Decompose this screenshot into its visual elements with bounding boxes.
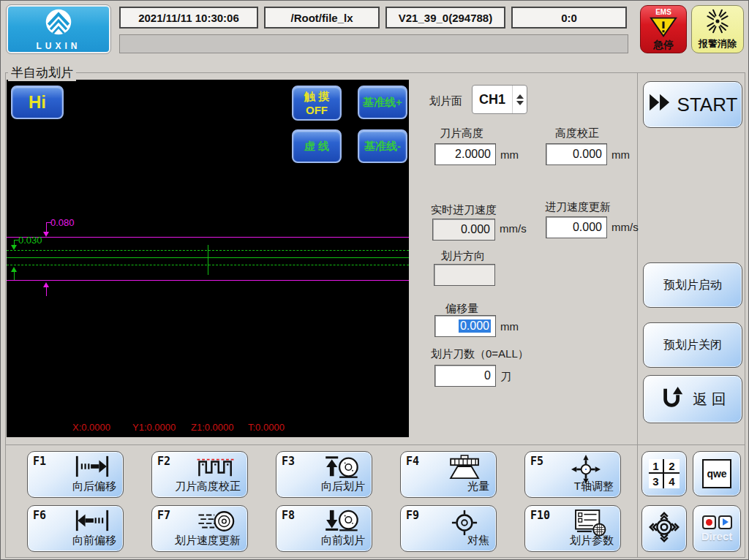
touch-label-line2: OFF <box>306 103 328 117</box>
alarm-clear-button[interactable]: 报警消除 <box>691 5 744 53</box>
fkey-number: F6 <box>33 509 46 522</box>
inner-dim-label: 0.030 <box>18 235 42 246</box>
pre-dice-start-button[interactable]: 预划片启动 <box>643 262 742 308</box>
f5-button[interactable]: F5 T轴调整 <box>524 451 621 498</box>
outer-dim-leader <box>46 222 47 232</box>
ems-tag: EMS <box>655 9 671 16</box>
fkey-number: F9 <box>406 509 419 522</box>
fkey-caption: 向后划片 <box>321 480 365 493</box>
keyboard-label: qwe <box>707 468 726 480</box>
keyboard-icon: qwe <box>702 459 731 488</box>
cut-direction-field <box>434 264 495 286</box>
outer-dim-arrow-icon <box>43 232 49 237</box>
spinner-icon[interactable] <box>512 86 527 113</box>
feed-speed-update-unit: mm/s <box>611 221 639 233</box>
dice-forward-icon <box>322 509 360 537</box>
cut-face-label: 划片面 <box>429 94 462 108</box>
datetime-field: 2021/11/11 10:30:06 <box>119 7 258 29</box>
dashed-line-label: 虚 线 <box>304 140 329 154</box>
f3-button[interactable]: F3 向后划片 <box>276 451 372 498</box>
f7-button[interactable]: F7 划片速度更新 <box>151 505 248 552</box>
direct-mode-button[interactable]: Direct <box>693 505 741 552</box>
back-label: 返 回 <box>693 390 726 409</box>
fkey-caption: 向后偏移 <box>72 480 116 493</box>
dashed-line-button[interactable]: 虚 线 <box>292 129 342 163</box>
fkey-area-divider <box>6 444 745 445</box>
inner-up-leader <box>14 271 15 280</box>
fkey-caption: 刀片高度校正 <box>175 480 241 493</box>
fkey-number: F5 <box>530 455 543 468</box>
start-button[interactable]: START <box>643 81 742 128</box>
height-correction-unit: mm <box>611 148 630 161</box>
feed-speed-update-input[interactable]: 0.000 <box>546 216 607 238</box>
cut-face-value: CH1 <box>473 92 512 107</box>
camera-view[interactable]: Hi 触 摸 OFF 基准线+ 虚 线 基准线- 0.080 0.030 <box>7 80 409 437</box>
offset-input[interactable]: 0.000 <box>434 315 496 337</box>
f1-button[interactable]: F1 向后偏移 <box>27 451 124 498</box>
cut-count-unit: 刀 <box>500 370 511 384</box>
light-amount-icon <box>446 455 484 483</box>
fkey-caption: 向前划片 <box>321 534 365 548</box>
logo-text: LUXIN <box>37 41 81 51</box>
f2-button[interactable]: F2 刀片高度校正 <box>151 451 248 498</box>
ref-plus-label: 基准线+ <box>363 96 402 110</box>
counter-field: 0:0 <box>511 7 627 29</box>
offset-label: 偏移量 <box>445 302 478 316</box>
numpad-digit: 1 <box>649 459 664 474</box>
f6-button[interactable]: F6 向前偏移 <box>27 505 124 552</box>
f9-button[interactable]: F9 对焦 <box>400 505 497 552</box>
jog-button[interactable] <box>641 505 687 552</box>
inner-dim-arrow-icon <box>11 245 17 250</box>
fkey-number: F10 <box>530 509 550 522</box>
ref-tick-mark <box>208 245 208 275</box>
feed-speed-update-value: 0.000 <box>573 221 602 234</box>
fkey-caption: 划片参数 <box>570 534 614 548</box>
f10-button[interactable]: F10 划片参数 <box>524 505 621 552</box>
t-coordinate: T:0.0000 <box>248 422 285 433</box>
height-correction-input[interactable]: 0.000 <box>546 143 607 165</box>
fkey-number: F2 <box>157 455 170 468</box>
feed-speed-update-label: 进刀速度更新 <box>545 200 611 214</box>
touch-off-button[interactable]: 触 摸 OFF <box>292 86 342 121</box>
cut-count-input[interactable]: 0 <box>434 365 496 387</box>
pre-dice-close-label: 预划片关闭 <box>663 338 722 353</box>
offset-value-selected: 0.000 <box>459 319 491 333</box>
reference-line-minus-button[interactable]: 基准线- <box>358 129 407 163</box>
reference-line-plus-button[interactable]: 基准线+ <box>358 86 407 119</box>
f4-button[interactable]: F4 光量 <box>400 451 497 498</box>
back-button[interactable]: 返 回 <box>643 375 742 423</box>
emergency-stop-button[interactable]: EMS 急停 <box>640 5 687 53</box>
version-field: V21_39_0(294788) <box>385 7 505 29</box>
spin-down-icon <box>516 101 524 105</box>
blade-height-unit: mm <box>500 148 519 161</box>
pre-dice-close-button[interactable]: 预划片关闭 <box>643 322 742 368</box>
blade-height-input[interactable]: 2.0000 <box>434 143 496 165</box>
luxin-logo[interactable]: LUXIN <box>7 5 110 53</box>
fkey-number: F7 <box>157 509 170 522</box>
hi-label: Hi <box>29 92 46 113</box>
machine-hmi-screen: LUXIN 2021/11/11 10:30:06 /Root/file_lx … <box>0 0 749 560</box>
numpad-icon: 1 2 3 4 <box>649 459 680 488</box>
blade-height-cal-icon <box>196 455 236 481</box>
outer-dim-label: 0.080 <box>50 217 75 228</box>
pre-dice-start-label: 预划片启动 <box>663 278 722 293</box>
ref-minus-label: 基准线- <box>364 140 401 154</box>
cut-count-label: 划片刀数（0=ALL） <box>431 347 529 361</box>
file-path-field: /Root/file_lx <box>264 7 380 29</box>
alarm-burst-icon <box>704 9 731 37</box>
numpad-digit: 3 <box>649 474 664 488</box>
touch-label-line1: 触 摸 <box>304 89 329 103</box>
y1-coordinate: Y1:0.0000 <box>132 422 176 433</box>
hi-magnification-button[interactable]: Hi <box>11 86 64 119</box>
outer-up-leader <box>46 287 47 296</box>
fkey-number: F3 <box>282 455 295 468</box>
keyboard-button[interactable]: qwe <box>693 451 741 496</box>
cut-face-select[interactable]: CH1 <box>472 85 527 114</box>
fkey-number: F8 <box>282 509 295 522</box>
numpad-button[interactable]: 1 2 3 4 <box>641 451 687 496</box>
alarm-clear-label: 报警消除 <box>699 37 737 50</box>
record-icon <box>702 515 716 529</box>
fkey-number: F1 <box>33 455 46 468</box>
f8-button[interactable]: F8 向前划片 <box>276 505 372 552</box>
double-chevron-icon <box>648 93 673 117</box>
